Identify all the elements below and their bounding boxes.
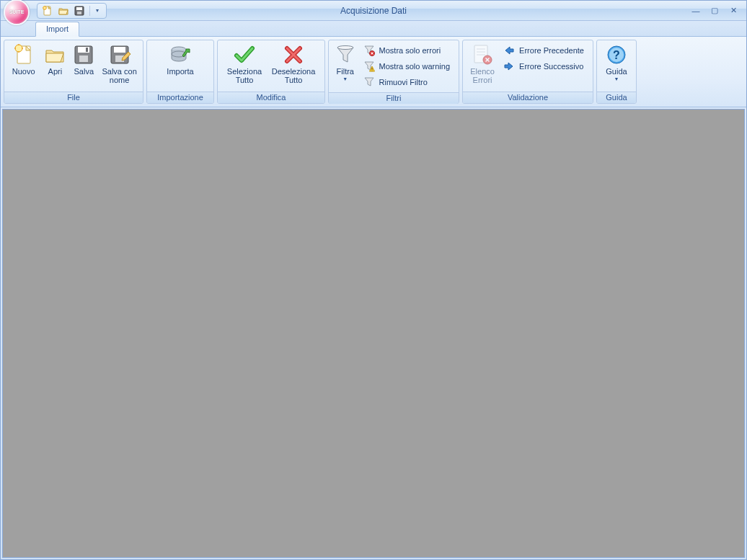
- check-icon: [233, 43, 256, 66]
- funnel-warning-icon: [363, 61, 375, 72]
- orb-label: SUITE: [9, 9, 25, 14]
- deseleziona-tutto-label: Deseleziona Tutto: [269, 67, 318, 84]
- import-db-icon: [169, 43, 192, 66]
- funnel-icon: [334, 43, 357, 66]
- cross-icon: [282, 43, 305, 66]
- ribbon-tab-strip: Import: [1, 21, 746, 37]
- group-filtri: Filtra ▼ Mostra solo errori Mostr: [328, 40, 459, 104]
- group-guida: ? Guida ▼ Guida: [596, 40, 637, 104]
- arrow-left-icon: [503, 45, 515, 56]
- svg-rect-15: [79, 55, 88, 62]
- qat-new-file-icon[interactable]: [42, 5, 53, 17]
- deseleziona-tutto-button[interactable]: Deseleziona Tutto: [268, 42, 319, 86]
- nuovo-label: Nuovo: [12, 67, 35, 76]
- rimuovi-filtro-label: Rimuovi Filtro: [379, 78, 428, 86]
- group-modifica-title: Modifica: [218, 92, 324, 103]
- salva-button[interactable]: Salva: [70, 42, 97, 77]
- svg-text:?: ?: [613, 49, 620, 61]
- group-guida-title: Guida: [597, 92, 636, 103]
- group-file: Nuovo Apri Salva: [4, 40, 143, 104]
- save-icon: [72, 43, 95, 66]
- mostra-solo-errori-button[interactable]: Mostra solo errori: [362, 43, 454, 58]
- svg-rect-18: [114, 47, 125, 53]
- svg-point-8: [15, 45, 22, 52]
- qat-customize-dropdown[interactable]: ▾: [94, 7, 100, 14]
- close-button[interactable]: ✕: [728, 5, 739, 17]
- qat-open-folder-icon[interactable]: [58, 5, 69, 17]
- group-validazione: Elenco Errori Errore Precedente Errore S…: [462, 40, 593, 104]
- application-menu-orb[interactable]: SUITE: [4, 0, 30, 25]
- seleziona-tutto-button[interactable]: Seleziona Tutto: [223, 42, 266, 86]
- rimuovi-filtro-button[interactable]: Rimuovi Filtro: [362, 75, 454, 89]
- group-validazione-title: Validazione: [463, 92, 593, 103]
- new-file-icon: [12, 43, 35, 66]
- window-controls: — ▢ ✕: [690, 5, 746, 17]
- svg-rect-4: [76, 7, 82, 10]
- guida-label: Guida: [606, 67, 627, 76]
- apri-button[interactable]: Apri: [41, 42, 68, 77]
- filtra-label: Filtra: [337, 67, 354, 76]
- errore-precedente-label: Errore Precedente: [519, 46, 584, 55]
- nuovo-button[interactable]: Nuovo: [7, 42, 40, 77]
- salva-con-nome-button[interactable]: Salva con nome: [99, 42, 140, 86]
- ribbon: Nuovo Apri Salva: [1, 37, 746, 107]
- tab-import[interactable]: Import: [35, 22, 79, 37]
- errore-precedente-button[interactable]: Errore Precedente: [502, 43, 588, 58]
- window-title: Acquisizione Dati: [1, 6, 746, 16]
- error-list-icon: [471, 43, 494, 66]
- help-icon: ?: [605, 43, 628, 66]
- importa-label: Importa: [167, 67, 193, 76]
- group-modifica: Seleziona Tutto Deseleziona Tutto Modifi…: [217, 40, 325, 104]
- filtra-button[interactable]: Filtra ▼: [332, 42, 359, 83]
- errore-successivo-button[interactable]: Errore Successivo: [502, 59, 588, 74]
- guida-button[interactable]: ? Guida ▼: [600, 42, 633, 83]
- elenco-errori-label: Elenco Errori: [467, 67, 498, 84]
- group-file-title: File: [4, 92, 143, 103]
- group-filtri-title: Filtri: [329, 92, 459, 104]
- title-bar: SUITE ▾ Acquisizione Dati — ▢ ✕: [1, 1, 746, 21]
- mostra-solo-errori-label: Mostra solo errori: [379, 46, 441, 55]
- qat-save-icon[interactable]: [74, 5, 85, 17]
- remove-filter-icon: [363, 76, 375, 88]
- minimize-button[interactable]: —: [690, 5, 702, 17]
- mostra-solo-warning-label: Mostra solo warning: [379, 62, 450, 71]
- mostra-solo-warning-button[interactable]: Mostra solo warning: [362, 59, 454, 74]
- svg-rect-5: [77, 12, 81, 14]
- group-importazione-title: Importazione: [147, 92, 213, 103]
- apri-label: Apri: [48, 67, 63, 76]
- errore-successivo-label: Errore Successivo: [519, 62, 583, 71]
- svg-rect-16: [86, 48, 88, 52]
- svg-point-26: [371, 70, 372, 71]
- seleziona-tutto-label: Seleziona Tutto: [224, 67, 265, 84]
- save-as-icon: [108, 43, 131, 66]
- app-window: SUITE ▾ Acquisizione Dati — ▢ ✕ Import: [0, 0, 747, 560]
- funnel-error-icon: [363, 45, 375, 56]
- maximize-button[interactable]: ▢: [709, 5, 720, 17]
- importa-button[interactable]: Importa: [150, 42, 211, 77]
- guida-dropdown-indicator: ▼: [614, 76, 619, 81]
- quick-access-toolbar: ▾: [37, 3, 107, 19]
- open-folder-icon: [43, 43, 66, 66]
- filtra-dropdown-indicator: ▼: [342, 76, 348, 81]
- salva-label: Salva: [74, 67, 94, 76]
- svg-point-2: [43, 6, 47, 9]
- salva-con-nome-label: Salva con nome: [100, 67, 138, 84]
- elenco-errori-button: Elenco Errori: [466, 42, 499, 86]
- content-area: [2, 109, 745, 558]
- group-importazione: Importa Importazione: [146, 40, 214, 104]
- qat-separator: [89, 6, 90, 16]
- svg-point-22: [337, 46, 353, 50]
- arrow-right-icon: [503, 61, 515, 72]
